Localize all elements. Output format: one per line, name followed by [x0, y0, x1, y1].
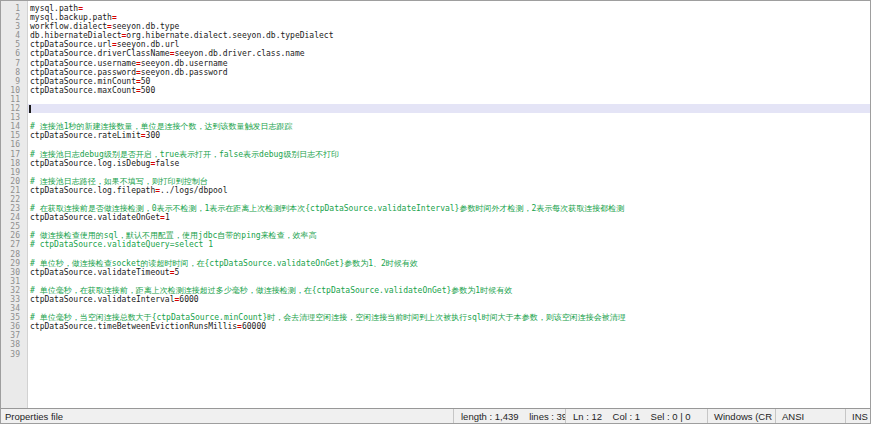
- code-line[interactable]: # 单位毫秒，当空闲连接总数大于{ctpDataSource.minCount}…: [28, 313, 870, 322]
- code-line[interactable]: [28, 222, 870, 231]
- code-line[interactable]: [28, 331, 870, 340]
- code-line[interactable]: ctpDataSource.validateOnGet=1: [28, 213, 870, 222]
- code-line[interactable]: ctpDataSource.rateLimit=300: [28, 131, 870, 140]
- status-length-lines: length : 1,439 lines : 39: [454, 409, 566, 423]
- doc-type-label: Properties file: [5, 411, 63, 422]
- line-number: 19: [1, 168, 27, 177]
- code-line[interactable]: [28, 104, 870, 113]
- property-value: seeyon.db.type: [112, 22, 179, 31]
- property-key: ctpDataSource.validateOnGet: [30, 213, 160, 222]
- code-line[interactable]: ctpDataSource.driverClassName=seeyon.db.…: [28, 49, 870, 58]
- comment-text: # 连接池1秒的新建连接数量，单位是连接个数，达到该数量触发日志跟踪: [30, 122, 292, 131]
- code-line[interactable]: # 做连接检查使用的sql，默认不用配置，使用jdbc自带的ping来检查，效率…: [28, 231, 870, 240]
- property-value: seeyon.db.username: [141, 59, 228, 68]
- line-number: 37: [1, 331, 27, 340]
- property-key: db.hibernateDialect: [30, 31, 122, 40]
- status-doc-type: Properties file: [1, 409, 454, 423]
- code-line[interactable]: [28, 95, 870, 104]
- status-cursor-position[interactable]: Ln : 12 Col : 1 Sel : 0 | 0: [566, 409, 708, 423]
- code-line[interactable]: ctpDataSource.url=seeyon.db.url: [28, 40, 870, 49]
- line-number: 10: [1, 86, 27, 95]
- line-number: 6: [1, 49, 27, 58]
- property-key: ctpDataSource.username: [30, 59, 136, 68]
- line-number: 31: [1, 277, 27, 286]
- line-number: 36: [1, 322, 27, 331]
- property-key: mysql.path: [30, 4, 78, 13]
- code-line[interactable]: [28, 250, 870, 259]
- code-line[interactable]: mysql.path=: [28, 4, 870, 13]
- code-line[interactable]: [28, 168, 870, 177]
- property-value: 60000: [242, 322, 266, 331]
- status-encoding[interactable]: ANSI: [776, 409, 846, 423]
- line-number: 13: [1, 113, 27, 122]
- property-key: ctpDataSource.maxCount: [30, 86, 136, 95]
- code-line[interactable]: [28, 195, 870, 204]
- code-line[interactable]: [28, 304, 870, 313]
- property-key: ctpDataSource.validateInterval: [30, 295, 175, 304]
- property-key: ctpDataSource.password: [30, 68, 136, 77]
- status-insert-mode[interactable]: INS: [846, 409, 870, 423]
- code-line[interactable]: # 在获取连接前是否做连接检测，0表示不检测，1表示在距离上次检测到本次{ctp…: [28, 204, 870, 213]
- line-number: 22: [1, 195, 27, 204]
- property-value: false: [155, 159, 179, 168]
- code-line[interactable]: # 连接池1秒的新建连接数量，单位是连接个数，达到该数量触发日志跟踪: [28, 122, 870, 131]
- line-number: 28: [1, 250, 27, 259]
- code-line[interactable]: mysql.backup.path=: [28, 13, 870, 22]
- status-bar: Properties file length : 1,439 lines : 3…: [1, 408, 870, 423]
- editor-pane[interactable]: 1234567891011121314151617181920212223242…: [1, 1, 870, 408]
- property-key: ctpDataSource.log.filepath: [30, 186, 155, 195]
- code-line[interactable]: [28, 340, 870, 349]
- code-line[interactable]: [28, 113, 870, 122]
- code-line[interactable]: ctpDataSource.timeBetweenEvictionRunsMil…: [28, 322, 870, 331]
- code-line[interactable]: ctpDataSource.minCount=50: [28, 77, 870, 86]
- code-line[interactable]: ctpDataSource.log.isDebug=false: [28, 159, 870, 168]
- property-key: ctpDataSource.url: [30, 40, 112, 49]
- code-line[interactable]: ctpDataSource.validateTimeout=5: [28, 268, 870, 277]
- cursor-position-label: Ln : 12 Col : 1 Sel : 0 | 0: [573, 411, 691, 422]
- line-number: 7: [1, 59, 27, 68]
- status-eol-format[interactable]: Windows (CR LF): [708, 409, 776, 423]
- code-line[interactable]: workflow.dialect=seeyon.db.type: [28, 22, 870, 31]
- code-line[interactable]: ctpDataSource.password=seeyon.db.passwor…: [28, 68, 870, 77]
- line-number: 12: [1, 104, 27, 113]
- property-value: 1: [165, 213, 170, 222]
- comment-text: # 做连接检查使用的sql，默认不用配置，使用jdbc自带的ping来检查，效率…: [30, 231, 317, 240]
- code-line[interactable]: # ctpDataSource.validateQuery=select 1: [28, 240, 870, 249]
- code-line[interactable]: ctpDataSource.maxCount=500: [28, 86, 870, 95]
- code-line[interactable]: ctpDataSource.validateInterval=6000: [28, 295, 870, 304]
- code-line[interactable]: # 单位秒，做连接检查socket的读超时时间，在{ctpDataSource.…: [28, 259, 870, 268]
- line-number: 14: [1, 122, 27, 131]
- code-line[interactable]: # 连接池日志路径，如果不填写，则打印到控制台: [28, 177, 870, 186]
- code-line[interactable]: [28, 350, 870, 359]
- code-area[interactable]: mysql.path=mysql.backup.path=workflow.di…: [28, 1, 870, 408]
- code-line[interactable]: ctpDataSource.username=seeyon.db.usernam…: [28, 59, 870, 68]
- line-number: 18: [1, 159, 27, 168]
- comment-text: # 连接池日志debug级别是否开启，true表示打开，false表示debug…: [30, 150, 339, 159]
- line-number: 29: [1, 259, 27, 268]
- line-number: 34: [1, 304, 27, 313]
- line-number: 21: [1, 186, 27, 195]
- code-line[interactable]: [28, 140, 870, 149]
- code-line[interactable]: db.hibernateDialect=org.hibernate.dialec…: [28, 31, 870, 40]
- property-key: ctpDataSource.log.isDebug: [30, 159, 150, 168]
- line-number: 25: [1, 222, 27, 231]
- property-value: 5: [175, 268, 180, 277]
- line-number: 38: [1, 340, 27, 349]
- line-number: 20: [1, 177, 27, 186]
- line-number: 33: [1, 295, 27, 304]
- code-line[interactable]: [28, 277, 870, 286]
- comment-text: # 单位秒，做连接检查socket的读超时时间，在{ctpDataSource.…: [30, 259, 418, 268]
- line-number: 16: [1, 140, 27, 149]
- code-line[interactable]: # 单位毫秒，在获取连接前，距离上次检测连接超过多少毫秒，做连接检测，在{ctp…: [28, 286, 870, 295]
- editor-window: 1234567891011121314151617181920212223242…: [0, 0, 871, 424]
- encoding-label: ANSI: [782, 411, 804, 422]
- property-value: seeyon.db.password: [141, 68, 228, 77]
- property-value: org.hibernate.dialect.seeyon.db.typeDial…: [126, 31, 333, 40]
- comment-text: # ctpDataSource.validateQuery=select 1: [30, 240, 213, 249]
- eol-format-label: Windows (CR LF): [714, 411, 776, 422]
- text-caret: [29, 105, 31, 113]
- code-line[interactable]: ctpDataSource.log.filepath=../logs/dbpoo…: [28, 186, 870, 195]
- line-number: 39: [1, 350, 27, 359]
- line-number: 27: [1, 240, 27, 249]
- code-line[interactable]: # 连接池日志debug级别是否开启，true表示打开，false表示debug…: [28, 150, 870, 159]
